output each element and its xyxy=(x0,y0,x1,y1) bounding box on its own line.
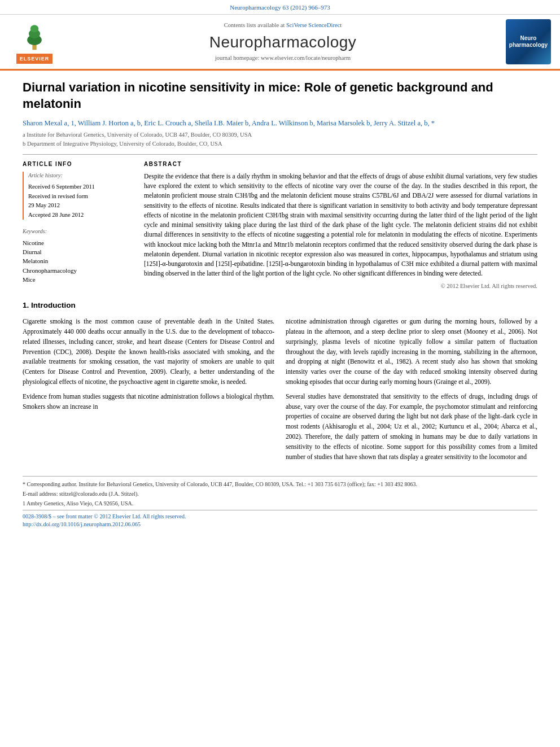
affiliation-b: b Department of Integrative Physiology, … xyxy=(23,139,537,148)
elsevier-wordmark: ELSEVIER xyxy=(16,54,53,64)
sciverse-line: Contents lists available at SciVerse Sci… xyxy=(71,21,495,30)
journal-citation: Neuropharmacology 63 (2012) 966–973 xyxy=(230,4,330,11)
elsevier-tree-icon xyxy=(18,20,51,51)
revised-label: Received in revised form xyxy=(28,193,133,201)
article-info-column: ARTICLE INFO Article history: Received 6… xyxy=(23,160,133,290)
intro-right-column: nicotine administration through cigarett… xyxy=(286,317,537,466)
footnotes-area: * Corresponding author. Institute for Be… xyxy=(23,476,537,508)
svg-point-3 xyxy=(30,25,39,32)
affiliation-a: a Institute for Behavioral Genetics, Uni… xyxy=(23,130,537,139)
authors-line: Sharon Mexal a, 1, William J. Horton a, … xyxy=(23,118,537,129)
journal-header: ELSEVIER Contents lists available at Sci… xyxy=(0,15,560,71)
footnote-note1: 1 Ambry Genetics, Aliso Viejo, CA 92656,… xyxy=(23,499,537,508)
divider-after-affiliations xyxy=(23,154,537,155)
abstract-column: ABSTRACT Despite the evidence that there… xyxy=(144,160,537,290)
abstract-header: ABSTRACT xyxy=(144,160,537,168)
sciverse-link[interactable]: SciVerse ScienceDirect xyxy=(286,22,342,28)
journal-center-info: Contents lists available at SciVerse Sci… xyxy=(60,21,506,63)
keywords-section: Keywords: Nicotine Diurnal Melatonin Chr… xyxy=(23,228,133,285)
intro-title: 1. Introduction xyxy=(23,300,537,311)
article-info-header: ARTICLE INFO xyxy=(23,160,133,168)
copyright-line: © 2012 Elsevier Ltd. All rights reserved… xyxy=(144,282,537,291)
abstract-text: Despite the evidence that there is a dai… xyxy=(144,172,537,279)
journal-name: Neuropharmacology xyxy=(71,31,495,53)
affiliations: a Institute for Behavioral Genetics, Uni… xyxy=(23,130,537,148)
keyword-nicotine: Nicotine xyxy=(23,239,133,247)
footnote-corresponding: * Corresponding author. Institute for Be… xyxy=(23,480,537,488)
keyword-melatonin: Melatonin xyxy=(23,257,133,265)
article-title: Diurnal variation in nicotine sensitivit… xyxy=(23,80,537,112)
journal-cover-thumbnail: Neuro pharmacology xyxy=(506,19,551,64)
introduction-section: 1. Introduction Cigarette smoking is the… xyxy=(23,300,537,466)
article-history-block: Article history: Received 6 September 20… xyxy=(23,172,133,220)
keywords-label: Keywords: xyxy=(23,228,133,235)
intro-left-column: Cigarette smoking is the most common cau… xyxy=(23,317,274,466)
issn-line: 0028-3908/$ – see front matter © 2012 El… xyxy=(23,513,537,521)
keyword-diurnal: Diurnal xyxy=(23,248,133,256)
main-content: Diurnal variation in nicotine sensitivit… xyxy=(0,71,560,539)
keyword-chronopharmacology: Chronopharmacology xyxy=(23,267,133,275)
footnote-email: E-mail address: stitzel@colorado.edu (J.… xyxy=(23,490,537,498)
bottom-bar: 0028-3908/$ – see front matter © 2012 El… xyxy=(23,510,537,528)
received-date: Received 6 September 2011 xyxy=(28,183,133,191)
revised-date: 29 May 2012 xyxy=(28,202,133,210)
doi-line: http://dx.doi.org/10.1016/j.neuropharm.2… xyxy=(23,521,537,528)
accepted-date: Accepted 28 June 2012 xyxy=(28,211,133,220)
article-info-abstract-section: ARTICLE INFO Article history: Received 6… xyxy=(23,160,537,290)
intro-para-1: Cigarette smoking is the most common cau… xyxy=(23,317,274,387)
journal-homepage: journal homepage: www.elsevier.com/locat… xyxy=(71,54,495,63)
journal-citation-bar: Neuropharmacology 63 (2012) 966–973 xyxy=(0,0,560,15)
article-history-label: Article history: xyxy=(28,172,133,180)
intro-para-4: Several studies have demonstrated that s… xyxy=(286,392,537,462)
intro-body-columns: Cigarette smoking is the most common cau… xyxy=(23,317,537,466)
article-info-section: ARTICLE INFO Article history: Received 6… xyxy=(23,160,133,220)
keyword-mice: Mice xyxy=(23,276,133,284)
intro-para-2: Evidence from human studies suggests tha… xyxy=(23,392,274,412)
intro-para-3: nicotine administration through cigarett… xyxy=(286,317,537,387)
elsevier-logo-area: ELSEVIER xyxy=(9,20,60,64)
